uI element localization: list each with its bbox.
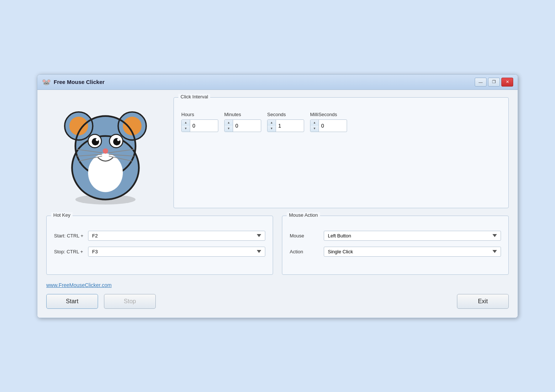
milliseconds-up-button[interactable]: ▲ [310, 120, 319, 126]
action-label: Action [290, 249, 319, 254]
hours-up-button[interactable]: ▲ [182, 120, 190, 126]
hours-label: Hours [181, 112, 194, 117]
minimize-button[interactable]: — [475, 78, 487, 87]
hours-spinner-group: Hours ▲ ▼ [181, 112, 218, 132]
seconds-input[interactable] [276, 121, 301, 130]
title-bar-left: 🐭 Free Mouse Clicker [42, 78, 105, 87]
svg-point-16 [103, 148, 108, 153]
mouse-label: Mouse [290, 233, 319, 239]
minutes-buttons: ▲ ▼ [225, 120, 233, 132]
main-window: 🐭 Free Mouse Clicker — ❐ ✕ [37, 74, 518, 318]
hotkey-label: Hot Key [51, 212, 73, 218]
hotkey-group: Hot Key Start: CTRL + F1 F2 F3 F4 F5 F6 … [46, 216, 273, 275]
minutes-label: Minutes [224, 112, 241, 117]
click-interval-group: Click Interval Hours ▲ ▼ [174, 97, 509, 208]
mouse-illustration [54, 101, 157, 205]
seconds-spinner-group: Seconds ▲ ▼ [267, 112, 304, 132]
spinners-row: Hours ▲ ▼ Minutes [181, 112, 501, 132]
start-button[interactable]: Start [46, 294, 98, 309]
milliseconds-spinner-group: MilliSeconds ▲ ▼ [310, 112, 347, 132]
main-content: Click Interval Hours ▲ ▼ [37, 90, 518, 318]
stop-hotkey-label: Stop: CTRL + [54, 249, 84, 254]
seconds-label: Seconds [267, 112, 286, 117]
minutes-spinner: ▲ ▼ [224, 119, 261, 132]
seconds-down-button[interactable]: ▼ [268, 126, 276, 132]
app-title: Free Mouse Clicker [54, 79, 105, 85]
hours-spinner: ▲ ▼ [181, 119, 218, 132]
milliseconds-down-button[interactable]: ▼ [310, 126, 319, 132]
hours-down-button[interactable]: ▼ [182, 126, 190, 132]
milliseconds-input[interactable] [319, 121, 344, 130]
start-hotkey-label: Start: CTRL + [54, 233, 84, 239]
action-row: Action Single Click Double Click Triple … [290, 247, 501, 257]
website-link[interactable]: www.FreeMouseClicker.com [46, 282, 112, 288]
minutes-down-button[interactable]: ▼ [225, 126, 233, 132]
hours-buttons: ▲ ▼ [182, 120, 190, 132]
svg-point-15 [117, 138, 120, 141]
minutes-up-button[interactable]: ▲ [225, 120, 233, 126]
click-interval-label: Click Interval [178, 94, 210, 99]
milliseconds-spinner: ▲ ▼ [310, 119, 347, 132]
mouse-action-label: Mouse Action [287, 212, 320, 218]
mouse-button-row: Mouse Left Button Right Button Middle Bu… [290, 231, 501, 241]
close-button[interactable]: ✕ [501, 78, 513, 87]
buttons-row: Start Stop Exit [46, 294, 509, 309]
seconds-up-button[interactable]: ▲ [268, 120, 276, 126]
seconds-spinner: ▲ ▼ [267, 119, 304, 132]
milliseconds-buttons: ▲ ▼ [310, 120, 319, 132]
start-hotkey-select[interactable]: F1 F2 F3 F4 F5 F6 F7 F8 F9 F10 F11 F12 [88, 231, 265, 241]
bottom-section: Hot Key Start: CTRL + F1 F2 F3 F4 F5 F6 … [46, 216, 509, 275]
title-bar: 🐭 Free Mouse Clicker — ❐ ✕ [37, 75, 518, 90]
mouse-illustration-area [46, 97, 165, 208]
minutes-input[interactable] [233, 121, 258, 130]
exit-button[interactable]: Exit [457, 294, 509, 309]
action-select[interactable]: Single Click Double Click Triple Click [324, 247, 501, 257]
hours-input[interactable] [190, 121, 215, 130]
stop-button[interactable]: Stop [104, 294, 156, 309]
minutes-spinner-group: Minutes ▲ ▼ [224, 112, 261, 132]
stop-hotkey-row: Stop: CTRL + F1 F2 F3 F4 F5 F6 F7 F8 F9 … [54, 247, 265, 257]
top-section: Click Interval Hours ▲ ▼ [46, 97, 509, 208]
svg-point-9 [88, 153, 123, 192]
start-hotkey-row: Start: CTRL + F1 F2 F3 F4 F5 F6 F7 F8 F9… [54, 231, 265, 241]
seconds-buttons: ▲ ▼ [268, 120, 276, 132]
stop-hotkey-select[interactable]: F1 F2 F3 F4 F5 F6 F7 F8 F9 F10 F11 F12 [88, 247, 265, 257]
window-controls: — ❐ ✕ [475, 78, 513, 87]
svg-point-14 [96, 138, 98, 141]
mouse-select[interactable]: Left Button Right Button Middle Button [324, 231, 501, 241]
milliseconds-label: MilliSeconds [310, 112, 337, 117]
app-icon: 🐭 [42, 78, 51, 87]
maximize-button[interactable]: ❐ [488, 78, 500, 87]
mouse-action-group: Mouse Action Mouse Left Button Right But… [282, 216, 509, 275]
